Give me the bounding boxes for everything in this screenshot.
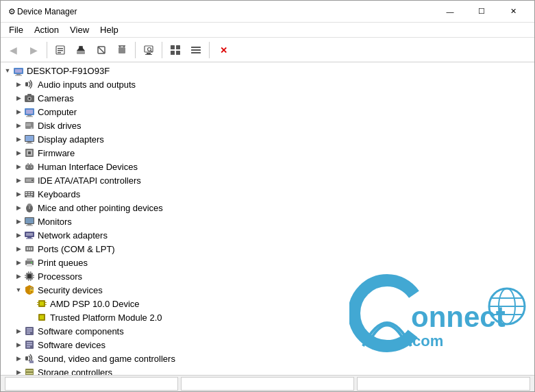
maximize-button[interactable]: ☐ (466, 1, 497, 23)
svg-rect-58 (25, 192, 27, 193)
list-item[interactable]: ▶ Processors (1, 269, 534, 283)
disk-icon (24, 120, 35, 131)
toggle[interactable]: ▶ (13, 93, 24, 103)
svg-rect-50 (27, 163, 29, 166)
list-item[interactable]: ▶ Software components (1, 324, 534, 338)
svg-rect-115 (26, 373, 33, 374)
disable-icon (96, 45, 107, 56)
item-label: Audio inputs and outputs (38, 79, 136, 90)
svg-rect-4 (77, 51, 85, 54)
toolbar: ◀ ▶ (1, 38, 534, 62)
view-computer-icon-button[interactable] (166, 40, 185, 60)
svg-rect-97 (37, 302, 38, 303)
svg-rect-96 (40, 302, 44, 306)
svg-rect-79 (31, 247, 32, 250)
properties-button[interactable] (51, 40, 70, 60)
svg-rect-38 (26, 117, 33, 117)
toggle[interactable]: ▶ (13, 339, 24, 350)
list-item[interactable]: ▶ Trusted Platform Module 2.0 (1, 310, 534, 324)
toggle[interactable]: ▶ (13, 367, 24, 375)
list-item[interactable]: ▶ Storage controllers (1, 365, 534, 375)
toggle[interactable]: ▶ (13, 243, 24, 254)
help-button[interactable]: ✕ (213, 40, 232, 60)
update-driver-button[interactable] (71, 40, 90, 60)
device-tree[interactable]: ▼ DESKTOP-F91O93F ▶ (1, 62, 534, 375)
toggle[interactable]: ▶ (13, 353, 24, 364)
list-item[interactable]: ▶ Disk drives (1, 119, 534, 132)
item-label: Processors (38, 271, 82, 282)
list-item[interactable]: ▶ Ports (COM & LPT) (1, 242, 534, 256)
toggle[interactable]: ▶ (13, 202, 24, 213)
list-item[interactable]: ▶ Firmware (1, 146, 534, 160)
toggle[interactable]: ▶ (13, 326, 24, 336)
toolbar-separator-2 (135, 42, 136, 58)
toggle[interactable]: ▶ (13, 271, 24, 282)
menu-action[interactable]: Action (29, 23, 64, 36)
toggle[interactable]: ▶ (13, 257, 24, 268)
toggle[interactable]: ▶ (13, 134, 24, 145)
list-item[interactable]: ▶ Sound, video and game controllers (1, 352, 534, 365)
list-item[interactable]: ▶ Network adapters (1, 228, 534, 242)
svg-rect-91 (30, 271, 32, 273)
svg-marker-6 (77, 46, 85, 51)
toggle[interactable]: ▶ (13, 79, 24, 90)
list-item[interactable]: ▶ Display adapters (1, 132, 534, 146)
tree-root[interactable]: ▼ DESKTOP-F91O93F (1, 64, 534, 77)
view-resources-button[interactable] (186, 40, 206, 60)
svg-rect-106 (27, 332, 30, 334)
uninstall-button[interactable] (112, 40, 132, 60)
svg-rect-89 (33, 277, 34, 278)
svg-rect-19 (176, 45, 180, 49)
monitor-icon (24, 216, 35, 227)
list-item[interactable]: ▶ Print queues (1, 256, 534, 269)
menu-file[interactable]: File (3, 23, 29, 36)
scan-button[interactable] (139, 40, 158, 60)
svg-rect-1 (58, 48, 63, 49)
list-item[interactable]: ▶ Mice and other pointing devices (1, 201, 534, 215)
list-item[interactable]: ▶ Computer (1, 105, 534, 119)
svg-point-40 (31, 127, 33, 130)
svg-rect-111 (25, 356, 28, 360)
root-toggle[interactable]: ▼ (2, 65, 13, 76)
forward-button[interactable]: ▶ (24, 40, 43, 60)
toggle[interactable]: ▶ (13, 230, 24, 241)
svg-rect-48 (28, 151, 31, 154)
close-button[interactable]: ✕ (497, 1, 529, 23)
toggle[interactable]: ▶ (13, 106, 24, 117)
list-item[interactable]: ▶ Monitors (1, 215, 534, 228)
toggle[interactable]: ▼ (13, 284, 24, 295)
storage-icon (24, 367, 35, 375)
svg-rect-27 (15, 69, 22, 73)
disable-button[interactable] (92, 40, 111, 60)
toggle[interactable]: ▶ (13, 188, 24, 199)
svg-rect-60 (31, 192, 33, 193)
svg-rect-37 (27, 115, 32, 117)
svg-rect-24 (191, 52, 201, 53)
camera-icon (24, 93, 35, 103)
list-item[interactable]: ▶ Human Interface Devices (1, 160, 534, 173)
list-item[interactable]: ▶ Keyboards (1, 187, 534, 201)
back-button[interactable]: ◀ (3, 40, 23, 60)
toggle[interactable]: ▶ (13, 161, 24, 172)
chip-icon (36, 298, 47, 309)
list-item[interactable]: ▶ AMD PSP 10.0 Device (1, 297, 534, 310)
toggle[interactable]: ▶ (13, 216, 24, 227)
toggle[interactable]: ▶ (13, 120, 24, 131)
list-item[interactable]: ▶ Cameras (1, 91, 534, 105)
menu-view[interactable]: View (64, 23, 95, 36)
item-label: IDE ATA/ATAPI controllers (38, 175, 141, 186)
item-label: Software devices (38, 340, 105, 350)
list-item[interactable]: ▶ IDE ATA/ATAPI controllers (1, 173, 534, 187)
toggle[interactable]: ▶ (13, 175, 24, 186)
item-label: Ports (COM & LPT) (38, 244, 115, 254)
list-item[interactable]: ▼ 🔒 Security devices (1, 283, 534, 297)
ide-icon (24, 175, 35, 186)
menu-help[interactable]: Help (95, 23, 124, 36)
list-item[interactable]: ▶ Software devices (1, 338, 534, 352)
list-item[interactable]: ▶ Audio inputs and outputs (1, 77, 534, 91)
svg-line-8 (98, 47, 105, 53)
toggle[interactable]: ▶ (13, 147, 24, 158)
svg-rect-69 (25, 218, 34, 223)
minimize-button[interactable]: — (434, 1, 466, 23)
svg-rect-63 (31, 194, 33, 195)
